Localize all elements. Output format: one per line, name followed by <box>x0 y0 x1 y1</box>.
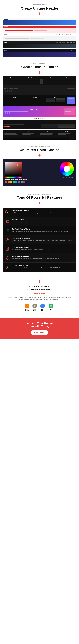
mockup-logo-5: LOGO <box>4 50 8 51</box>
feature-6-title: SEO / Speed Optimized <box>12 256 74 257</box>
footer-builder-label: Simple Footer Builder <box>2 62 77 64</box>
stat-ratings-number: 1000 <box>33 309 37 311</box>
color-inputs: #C41B13 196 27 19 100 <box>5 179 57 180</box>
feature-7-title: Life Time Free Updates <box>12 265 74 266</box>
footer-mockup-1: Our Services Quick Links Latest Posts <box>2 76 77 86</box>
swatch-orange[interactable] <box>8 181 10 183</box>
stat-tickets-number: 7K <box>50 309 52 311</box>
color-wheel-labels: H: 356 S: 0.87 B: 0.80 <box>61 177 73 178</box>
footer-builder-section: Simple Footer Builder Create Unique Foot… <box>0 60 79 142</box>
stat-ratings-label: Star Ratings <box>32 311 38 312</box>
feature-1-title: One Click Demo Import <box>12 210 74 212</box>
r-input[interactable]: 196 <box>11 179 14 180</box>
footer-mockup-3: About Us Services Gallery <box>2 96 77 106</box>
mockup-nav-3: Home About Services Portfolio Blog Conta… <box>56 34 75 35</box>
color-gradient[interactable] <box>5 162 22 176</box>
svg-rect-14 <box>7 230 9 232</box>
stat-items-sold: 🛒 20K Items Sold <box>40 304 45 312</box>
color-swatches <box>5 181 57 183</box>
color-choice-label: Choose your colorful website <box>2 146 77 147</box>
feature-4-title: Intuitive Live Customizer <box>12 237 74 239</box>
stat-tickets-label: Tickets Closed <box>48 311 54 312</box>
footer-mockup-2: Company Name Lorem ipsum dolor sit amet … <box>2 86 77 96</box>
header-builder-section: Ease header builder Create Unique Header… <box>0 0 79 60</box>
swatch-blue[interactable] <box>15 181 17 183</box>
swatch-green[interactable] <box>13 181 15 183</box>
cta-section: Launch Your UniqueWebsite Today BUY THEM… <box>0 318 79 338</box>
svg-point-10 <box>7 220 7 221</box>
feature-icon-seo <box>5 256 10 260</box>
header-builder-title: Create Unique Header <box>2 6 77 10</box>
color-wheel[interactable] <box>60 162 74 176</box>
b-input[interactable]: 19 <box>19 179 22 180</box>
header-mockup-4: LOGO Home About Services Portfolio Blog … <box>2 41 77 48</box>
mockup-nav-4: Home About Services Portfolio Blog Conta… <box>56 42 75 43</box>
feature-icon-live-customizer <box>5 237 10 242</box>
feature-item-1: 👆 One Click Demo Import Install demo dat… <box>2 208 77 217</box>
mockup-hero-2 <box>3 28 76 33</box>
feature-5-desc: We give you the clear documentation for … <box>12 249 74 250</box>
mockup-logo-2: LOGO <box>4 26 8 28</box>
arrow-down-icon-2 <box>37 70 42 75</box>
feature-icon-no-coding <box>5 219 10 224</box>
stat-sold-number: 20K <box>41 309 44 311</box>
color-picker-handle[interactable] <box>17 164 18 166</box>
header-mockup-2: LOGO Home About Services Portfolio Blog … <box>2 26 77 33</box>
features-label: Launch unique and modern website <box>2 194 77 195</box>
cart-icon: 🛒 <box>40 304 45 308</box>
swatch-teal[interactable] <box>20 181 23 183</box>
mockup-nav-2: Home About Services Portfolio Blog Conta… <box>56 27 75 28</box>
feature-2-title: No Coding Needed <box>12 219 74 221</box>
color-picker-container: #C41B13 196 27 19 100 <box>2 159 77 186</box>
cta-title: Launch Your UniqueWebsite Today <box>2 322 77 328</box>
svg-point-9 <box>6 220 7 221</box>
swatch-red[interactable] <box>5 181 7 183</box>
hue-slider[interactable] <box>5 177 22 178</box>
feature-6-desc: All our themes are SEO and speed tip. So… <box>12 258 74 260</box>
arrow-down-icon <box>37 12 42 16</box>
header-mockup-5: LOGO Home About Services Portfolio Blog … <box>2 49 77 57</box>
swatch-purple[interactable] <box>18 181 20 183</box>
opacity-input[interactable]: 100 <box>23 179 27 180</box>
color-picker-left-panel: #C41B13 196 27 19 100 <box>5 162 57 183</box>
support-section: FAST & FRIENDLYCUSTOMER SUPPORT ★★★★★ We… <box>0 274 79 318</box>
footer-col-1: Our Services <box>4 77 21 84</box>
trophy-icon: 🏆 <box>25 304 29 308</box>
stat-tickets-closed: 🎫 7K Tickets Closed <box>48 304 54 312</box>
feature-item-5: Extensive Documentation We give you the … <box>2 244 77 254</box>
feature-2-desc: You can simply drag and drop elements to… <box>12 221 74 223</box>
ticket-icon: 🎫 <box>49 304 53 308</box>
mockup-hero-1 <box>3 20 76 25</box>
feature-item-2: No Coding Needed You can simply drag and… <box>2 217 77 226</box>
stat-elite-label: Author <box>25 311 29 312</box>
svg-text:👆: 👆 <box>6 211 8 214</box>
swatch-pink[interactable] <box>23 181 25 183</box>
footer-pagination-dots <box>2 118 77 120</box>
g-input[interactable]: 27 <box>15 179 18 180</box>
mockup-hero-3 <box>3 36 76 41</box>
mockup-logo-3: LOGO <box>4 34 8 36</box>
footer-mockup-5: Start Your Project With Us Get Started B… <box>2 120 77 130</box>
swatch-yellow[interactable] <box>10 181 12 183</box>
hue-label: H: 356 <box>61 177 64 178</box>
hex-input[interactable]: #C41B13 <box>5 179 10 180</box>
feature-item-6: SEO / Speed Optimized All our themes are… <box>2 254 77 262</box>
footer-mockup-4-right <box>64 108 75 116</box>
buy-theme-button[interactable]: BUY THEME <box>30 330 48 335</box>
support-title: FAST & FRIENDLYCUSTOMER SUPPORT <box>2 286 77 291</box>
hue-handle[interactable] <box>19 177 20 178</box>
mockup-nav-5: Home About Services Portfolio Blog Conta… <box>56 50 75 50</box>
footer-col-4: Contact <box>58 77 75 84</box>
feature-3-title: One / Multi Page Website <box>12 228 74 230</box>
stat-sold-label: Items Sold <box>40 311 45 312</box>
header-builder-label: Ease header builder <box>2 4 77 6</box>
footer-mockup-6: About Navigation Blog Cust <box>2 130 77 138</box>
feature-item-3: One / Multi Page Website Simple way to l… <box>2 226 77 235</box>
mockup-hero-4 <box>3 44 76 48</box>
color-choice-section: Choose your colorful website Unlimited C… <box>0 142 79 190</box>
feature-4-desc: Customize your layout using our options.… <box>12 240 74 241</box>
feature-5-title: Extensive Documentation <box>12 246 74 248</box>
mockup-nav-1: Home About Services Portfolio Blog Conta… <box>9 18 28 19</box>
stats-row: 🏆 Elite Author ⭐ 1000 Star Ratings 🛒 20K… <box>2 304 77 312</box>
feature-7-desc: When you buy a copy of the theme you can… <box>12 267 74 269</box>
